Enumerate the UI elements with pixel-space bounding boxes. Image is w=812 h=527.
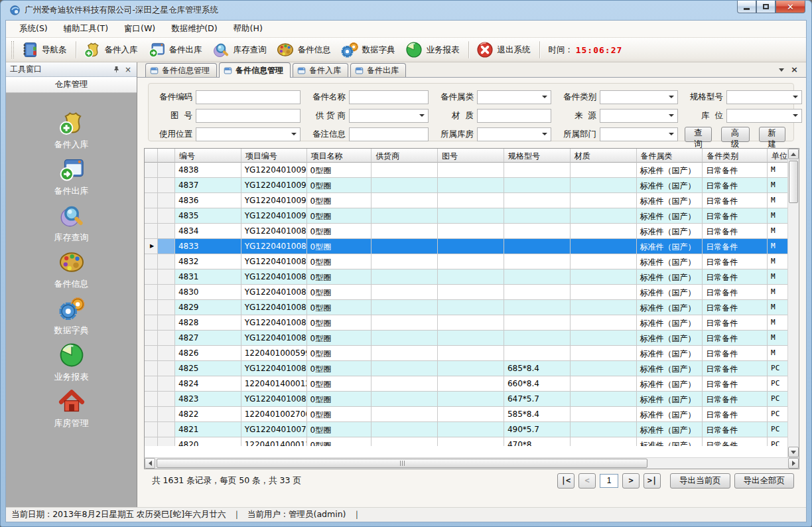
menu-item[interactable]: 辅助工具(T) bbox=[56, 21, 116, 37]
form-button[interactable]: 新建 bbox=[759, 127, 786, 142]
vertical-scrollbar-thumb[interactable] bbox=[789, 161, 798, 203]
form-button[interactable]: 高级查询 bbox=[721, 127, 750, 142]
column-header-spec[interactable]: 规格型号 bbox=[504, 149, 571, 163]
sidebar-item[interactable]: 业务报表 bbox=[35, 341, 108, 388]
page-number-input[interactable] bbox=[600, 474, 618, 488]
toolbar-button[interactable]: 导航条 bbox=[17, 39, 73, 60]
form-field-input[interactable] bbox=[600, 127, 678, 141]
scroll-right-button[interactable] bbox=[788, 458, 799, 469]
sidebar-item[interactable]: 备件入库 bbox=[35, 109, 108, 155]
column-header-type[interactable]: 备件类别 bbox=[703, 149, 768, 163]
form-field-input[interactable] bbox=[477, 90, 551, 104]
column-header-id[interactable]: 编号 bbox=[175, 149, 241, 163]
form-field-input[interactable] bbox=[726, 109, 802, 123]
horizontal-scrollbar[interactable] bbox=[145, 457, 799, 469]
form-field-input[interactable] bbox=[477, 127, 551, 141]
form-field-input[interactable] bbox=[349, 90, 429, 104]
tab-list-dropdown-icon[interactable] bbox=[779, 68, 784, 72]
pin-icon[interactable] bbox=[111, 65, 121, 74]
column-header-blank[interactable] bbox=[158, 149, 175, 163]
menu-item[interactable]: 窗口(W) bbox=[116, 21, 163, 37]
tab[interactable]: 备件入库 bbox=[293, 63, 348, 77]
sidebar-item[interactable]: 备件出库 bbox=[35, 155, 108, 202]
combo-arrow-icon[interactable] bbox=[542, 96, 547, 98]
minimize-button[interactable] bbox=[737, 1, 756, 13]
toolbar-button[interactable]: 退出系统 bbox=[472, 39, 537, 60]
toolbar-button[interactable]: 业务报表 bbox=[401, 39, 466, 60]
horizontal-scrollbar-thumb[interactable] bbox=[157, 459, 647, 468]
table-row[interactable]: ▶ 4822 1220401002700 0型圈 585*8.4 标准件（国产） bbox=[145, 407, 787, 422]
form-field-input[interactable] bbox=[196, 127, 301, 141]
combo-arrow-icon[interactable] bbox=[542, 133, 547, 135]
column-header-material[interactable]: 材质 bbox=[571, 149, 637, 163]
menu-item[interactable]: 数据维护(D) bbox=[163, 21, 225, 37]
table-row[interactable]: ▶ 4828 YG12204010083 0型圈 标准件（国产） 日常 bbox=[145, 315, 787, 331]
maximize-button[interactable] bbox=[756, 1, 776, 13]
form-field-input[interactable] bbox=[477, 109, 551, 123]
table-row[interactable]: ▶ 4836 YG12204010091 0型圈 标准件（国产） 日常 bbox=[145, 193, 787, 208]
table-row[interactable]: ▶ 4830 YG12204010085 0型圈 标准件（国产） 日常 bbox=[145, 285, 787, 300]
close-button[interactable]: ✕ bbox=[776, 1, 805, 13]
table-row[interactable]: ▶ 4825 YG12204010081 0型圈 685*8.4 标准件（国产） bbox=[145, 361, 787, 376]
combo-arrow-icon[interactable] bbox=[669, 133, 674, 135]
table-row[interactable]: ▶ 4826 1220401000599 0型圈 标准件（国产） 日常 bbox=[145, 346, 787, 361]
column-header-name[interactable]: 项目名称 bbox=[307, 149, 372, 163]
combo-arrow-icon[interactable] bbox=[669, 114, 674, 117]
toolbar-button[interactable] bbox=[468, 41, 470, 58]
sidebar-item[interactable]: 库房管理 bbox=[35, 388, 108, 434]
toolbar-button[interactable]: 备件出库 bbox=[144, 39, 208, 60]
toolbar-button[interactable]: 库存查询 bbox=[208, 39, 273, 60]
form-field-input[interactable] bbox=[726, 90, 802, 104]
export-all-pages-button[interactable]: 导出全部页 bbox=[734, 473, 795, 489]
form-field-input[interactable] bbox=[600, 109, 678, 123]
table-row[interactable]: ▶ 4829 YG12204010084 0型圈 标准件（国产） 日常 bbox=[145, 300, 787, 315]
combo-arrow-icon[interactable] bbox=[669, 96, 674, 98]
toolbar-button[interactable]: 备件入库 bbox=[80, 39, 144, 60]
form-button[interactable]: 查询 bbox=[685, 127, 712, 142]
sidebar-group-header[interactable]: 仓库管理 bbox=[6, 77, 137, 93]
column-header-indicator[interactable] bbox=[145, 149, 158, 163]
form-field-input[interactable] bbox=[349, 109, 429, 123]
prev-page-button[interactable]: < bbox=[578, 473, 596, 489]
toolbar-button[interactable]: 备件信息 bbox=[273, 39, 337, 60]
column-header-drawing[interactable]: 图号 bbox=[438, 149, 504, 163]
column-header-category[interactable]: 备件属类 bbox=[637, 149, 703, 163]
table-row[interactable]: ▶ 4835 YG12204010090 0型圈 标准件（国产） 日常 bbox=[145, 208, 787, 224]
table-row[interactable]: ▶ 4831 YG12204010086 0型圈 标准件（国产） 日常 bbox=[145, 269, 787, 285]
form-field-input[interactable] bbox=[349, 127, 429, 141]
column-header-unit[interactable]: 单位 bbox=[768, 149, 787, 163]
table-row[interactable]: ▶ 4827 YG12204010082 0型圈 标准件（国产） 日常 bbox=[145, 331, 787, 346]
tab-close-icon[interactable]: × bbox=[791, 66, 798, 73]
sidebar-item[interactable]: 备件信息 bbox=[35, 248, 108, 295]
tab[interactable]: 备件信息管理 bbox=[145, 63, 217, 77]
menu-item[interactable]: 帮助(H) bbox=[226, 21, 271, 37]
combo-arrow-icon[interactable] bbox=[793, 114, 798, 117]
scroll-down-button[interactable] bbox=[788, 447, 799, 457]
table-row[interactable]: ▶ 4833 YG12204010088 0型圈 标准件（国产） 日常 bbox=[145, 239, 787, 254]
vertical-scrollbar[interactable] bbox=[787, 149, 799, 457]
combo-arrow-icon[interactable] bbox=[291, 133, 297, 135]
combo-arrow-icon[interactable] bbox=[793, 96, 798, 98]
last-page-button[interactable]: >| bbox=[643, 473, 661, 489]
sidebar-close-icon[interactable]: × bbox=[123, 65, 133, 74]
sidebar-item[interactable]: 数据字典 bbox=[35, 295, 108, 341]
table-row[interactable]: ▶ 4834 YG12204010089 0型圈 标准件（国产） 日常 bbox=[145, 224, 787, 239]
scroll-left-button[interactable] bbox=[145, 458, 155, 469]
column-header-project-no[interactable]: 项目编号 bbox=[241, 149, 307, 163]
table-row[interactable]: ▶ 4824 1220401400012 0型圈 660*8.4 标准件（国产） bbox=[145, 376, 787, 392]
toolbar-grip[interactable] bbox=[11, 41, 14, 58]
tab[interactable]: 备件出库 bbox=[350, 63, 406, 77]
toolbar-button[interactable]: 数据字典 bbox=[337, 39, 401, 60]
form-field-input[interactable] bbox=[196, 109, 301, 123]
scroll-up-button[interactable] bbox=[788, 149, 799, 159]
table-row[interactable]: ▶ 4837 YG12204010092 0型圈 标准件（国产） 日常 bbox=[145, 178, 787, 193]
combo-arrow-icon[interactable] bbox=[419, 114, 425, 117]
table-row[interactable]: ▶ 4838 YG12204010093 0型圈 标准件（国产） 日常 bbox=[145, 163, 787, 178]
table-row[interactable]: ▶ 4820 1220401400013 0型圈 470*8 标准件（国产） bbox=[145, 437, 787, 446]
column-header-supplier[interactable]: 供货商 bbox=[372, 149, 438, 163]
sidebar-item[interactable]: 库存查询 bbox=[35, 202, 108, 248]
export-current-page-button[interactable]: 导出当前页 bbox=[670, 473, 730, 489]
toolbar-button[interactable] bbox=[539, 41, 541, 58]
toolbar-button[interactable] bbox=[76, 41, 77, 58]
tab[interactable]: 备件信息管理 bbox=[219, 62, 291, 78]
